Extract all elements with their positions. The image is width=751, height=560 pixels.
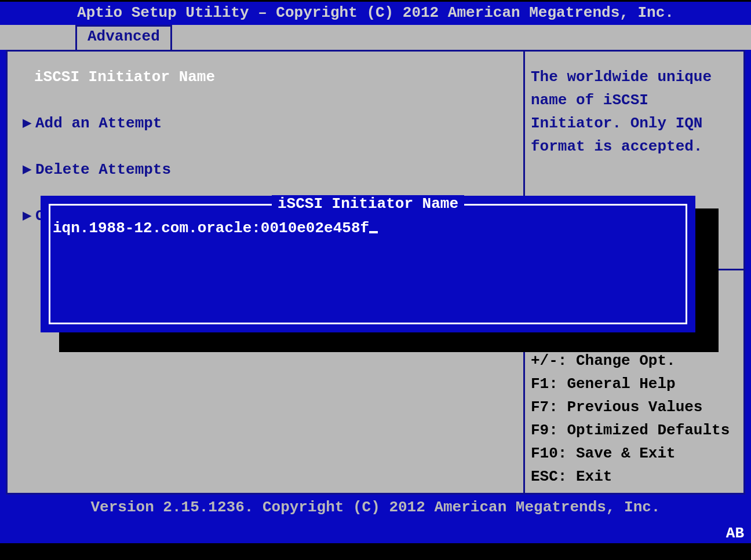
key-save-exit: F10: Save & Exit: [531, 442, 738, 465]
footer-bar: Version 2.15.1236. Copyright (C) 2012 Am…: [0, 495, 751, 543]
field-iscsi-initiator-name[interactable]: iSCSI Initiator Name: [34, 65, 508, 89]
footer-text: Version 2.15.1236. Copyright (C) 2012 Am…: [91, 499, 661, 516]
key-general-help: F1: General Help: [531, 372, 738, 396]
key-previous-values: F7: Previous Values: [531, 396, 738, 419]
submenu-arrow-icon: ▶: [23, 204, 35, 228]
tab-advanced[interactable]: Advanced: [75, 25, 172, 50]
popup-title: iSCSI Initiator Name: [272, 195, 464, 213]
menu-add-attempt[interactable]: ▶Add an Attempt: [23, 112, 508, 135]
text-cursor-icon: [369, 231, 378, 233]
key-esc-exit: ESC: Exit: [531, 465, 738, 488]
corner-badge: AB: [726, 525, 744, 542]
spacer: [23, 135, 508, 158]
tabs-row: Advanced: [0, 25, 751, 50]
popup-input-value: iqn.1988-12.com.oracle:0010e02e458f: [53, 219, 369, 237]
help-text: The worldwide unique name of iSCSI Initi…: [531, 65, 738, 158]
submenu-arrow-icon: ▶: [23, 112, 35, 135]
input-popup: iSCSI Initiator Name iqn.1988-12.com.ora…: [41, 196, 695, 332]
menu-label: Add an Attempt: [35, 115, 162, 132]
menu-label: Delete Attempts: [35, 161, 171, 178]
key-change-opt: +/-: Change Opt.: [531, 349, 738, 372]
key-optimized-defaults: F9: Optimized Defaults: [531, 419, 738, 442]
title-bar: Aptio Setup Utility – Copyright (C) 2012…: [0, 2, 751, 23]
submenu-arrow-icon: ▶: [23, 158, 35, 181]
popup-frame: iSCSI Initiator Name iqn.1988-12.com.ora…: [49, 204, 687, 324]
menu-delete-attempts[interactable]: ▶Delete Attempts: [23, 158, 508, 181]
popup-title-wrap: iSCSI Initiator Name: [50, 195, 686, 213]
spacer: [23, 89, 508, 112]
